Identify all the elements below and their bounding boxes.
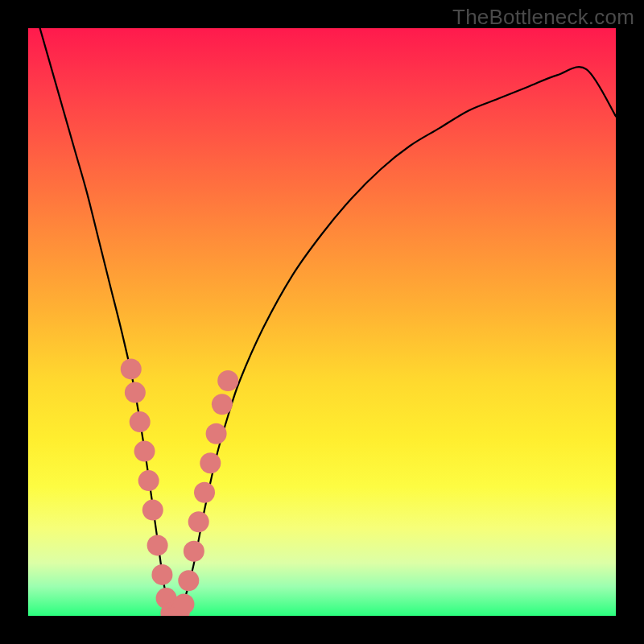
- data-marker: [130, 411, 151, 432]
- bottleneck-curve: [40, 28, 616, 616]
- data-marker: [212, 394, 233, 415]
- data-marker: [173, 593, 194, 614]
- data-marker: [178, 570, 199, 591]
- data-marker: [147, 535, 168, 555]
- data-marker: [138, 470, 159, 491]
- plot-area: [28, 28, 616, 616]
- chart-svg: [28, 28, 616, 616]
- chart-frame: TheBottleneck.com: [0, 0, 644, 644]
- data-marker: [151, 564, 172, 585]
- data-marker: [194, 482, 215, 503]
- data-marker: [121, 358, 142, 379]
- data-markers: [121, 358, 238, 616]
- data-marker: [217, 370, 238, 391]
- data-marker: [206, 423, 227, 444]
- attribution-label: TheBottleneck.com: [452, 5, 634, 30]
- data-marker: [142, 500, 163, 521]
- data-marker: [200, 452, 221, 473]
- data-marker: [134, 441, 155, 462]
- data-marker: [188, 511, 209, 532]
- data-marker: [184, 541, 204, 562]
- data-marker: [125, 382, 146, 403]
